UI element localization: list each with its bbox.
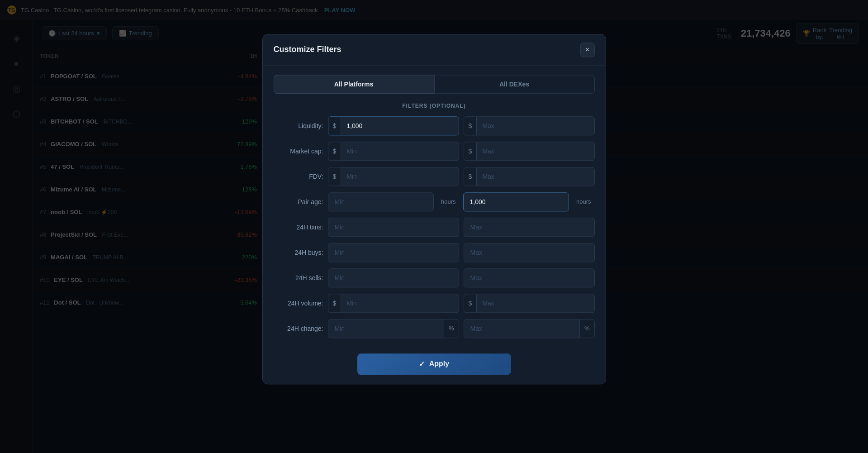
customize-filters-modal: Customize Filters × All Platforms All DE… [262, 34, 606, 384]
change-min-suffix: % [444, 319, 459, 338]
market-cap-label: Market cap: [274, 148, 323, 155]
pair-age-max-hours-label: hours [573, 198, 595, 205]
market-cap-min-prefix: $ [328, 142, 342, 160]
sells-label-field: 24H sells: [274, 274, 323, 281]
sells-min-input-group [328, 268, 459, 287]
liquidity-max-input[interactable] [477, 117, 594, 135]
txns-min-input-group [328, 218, 459, 237]
buys-row: 24H buys: [274, 243, 595, 262]
modal-header: Customize Filters × [263, 34, 606, 66]
txns-row: 24H txns: [274, 218, 595, 237]
liquidity-max-input-group: $ [464, 116, 595, 135]
fdv-row: FDV: $ $ [274, 167, 595, 186]
liquidity-min-input[interactable] [341, 117, 458, 135]
fdv-min-input[interactable] [341, 167, 458, 186]
pair-age-min-wrap [328, 192, 434, 211]
apply-button[interactable]: ✓ Apply [357, 353, 511, 375]
pair-age-max-input[interactable] [464, 193, 569, 211]
market-cap-min-input-group: $ [328, 142, 459, 161]
buys-max-input[interactable] [464, 243, 594, 262]
tab-all-dexes[interactable]: All DEXes [434, 75, 595, 94]
liquidity-min-input-group: $ [328, 116, 459, 135]
txns-label-field: 24H txns: [274, 224, 323, 231]
change-max-input[interactable] [464, 319, 579, 338]
fdv-max-input[interactable] [477, 167, 594, 186]
volume-row: 24H volume: $ $ [274, 294, 595, 313]
pair-age-min-hours-label: hours [437, 198, 460, 205]
sells-max-input[interactable] [464, 269, 594, 287]
change-max-suffix: % [579, 319, 594, 338]
market-cap-min-input[interactable] [341, 142, 458, 160]
liquidity-row: Liquidity: $ $ [274, 116, 595, 135]
market-cap-max-prefix: $ [464, 142, 477, 160]
change-max-input-group: % [464, 319, 595, 338]
volume-min-prefix: $ [328, 294, 342, 312]
liquidity-max-prefix: $ [464, 117, 477, 135]
txns-min-input[interactable] [328, 218, 459, 236]
fdv-min-input-group: $ [328, 167, 459, 186]
change-label-field: 24H change: [274, 325, 323, 332]
txns-max-input[interactable] [464, 218, 594, 236]
platform-tabs: All Platforms All DEXes [274, 75, 595, 94]
change-min-input[interactable] [328, 319, 444, 338]
change-min-input-group: % [328, 319, 459, 338]
liquidity-min-prefix: $ [328, 117, 342, 135]
volume-min-input[interactable] [341, 294, 458, 312]
volume-min-input-group: $ [328, 294, 459, 313]
market-cap-row: Market cap: $ $ [274, 142, 595, 161]
sells-row: 24H sells: [274, 268, 595, 287]
pair-age-inputs: hours hours [328, 192, 595, 211]
fdv-max-prefix: $ [464, 167, 477, 186]
buys-min-input[interactable] [328, 243, 459, 262]
sells-min-input[interactable] [328, 269, 459, 287]
txns-max-input-group [464, 218, 595, 237]
buys-label-field: 24H buys: [274, 249, 323, 256]
filters-optional-label: FILTERS (OPTIONAL) [263, 103, 606, 109]
modal-title: Customize Filters [274, 45, 342, 54]
pair-age-row: Pair age: hours hours [274, 192, 595, 211]
volume-max-prefix: $ [464, 294, 477, 312]
fdv-max-input-group: $ [464, 167, 595, 186]
sells-max-input-group [464, 268, 595, 287]
fdv-min-prefix: $ [328, 167, 342, 186]
apply-label: Apply [429, 360, 449, 368]
check-icon: ✓ [419, 360, 425, 368]
volume-max-input-group: $ [464, 294, 595, 313]
volume-max-input[interactable] [477, 294, 594, 312]
pair-age-label: Pair age: [274, 198, 323, 205]
buys-max-input-group [464, 243, 595, 262]
change-row: 24H change: % % [274, 319, 595, 338]
buys-min-input-group [328, 243, 459, 262]
market-cap-max-input-group: $ [464, 142, 595, 161]
pair-age-min-input[interactable] [328, 193, 433, 211]
modal-footer: ✓ Apply [263, 346, 606, 384]
market-cap-max-input[interactable] [477, 142, 594, 160]
liquidity-label: Liquidity: [274, 122, 323, 129]
modal-close-button[interactable]: × [580, 43, 595, 57]
tab-all-platforms[interactable]: All Platforms [274, 75, 434, 94]
pair-age-max-wrap [463, 192, 569, 211]
modal-scroll-area[interactable]: All Platforms All DEXes FILTERS (OPTIONA… [263, 66, 606, 346]
fdv-label: FDV: [274, 173, 323, 180]
volume-label-field: 24H volume: [274, 300, 323, 307]
